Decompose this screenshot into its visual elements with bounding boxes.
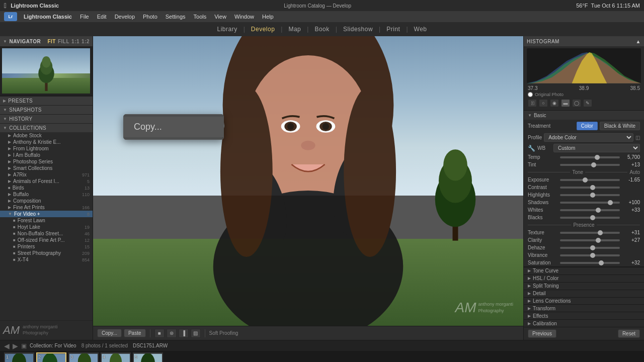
filmstrip-thumb-2[interactable]: 2: [36, 352, 66, 362]
contrast-slider[interactable]: [560, 187, 620, 189]
wb-select[interactable]: Custom: [553, 144, 640, 152]
menu-edit[interactable]: Edit: [94, 13, 110, 21]
collection-street-photo[interactable]: ■ Street Photography 209: [0, 250, 93, 256]
collection-fine-art[interactable]: ▶ Fine Art Prints 166: [0, 204, 93, 211]
vibrance-slider[interactable]: [560, 254, 620, 256]
filmstrip-layout-icon[interactable]: ▣: [21, 342, 27, 349]
tab-library[interactable]: Library: [211, 24, 243, 35]
saturation-slider[interactable]: [560, 262, 620, 264]
menu-tools[interactable]: Tools: [190, 13, 210, 21]
effects-row[interactable]: ▶ Effects: [524, 312, 644, 319]
whites-thumb[interactable]: [596, 208, 601, 213]
zoom-1-2[interactable]: 1:2: [82, 39, 90, 44]
adjustment-brush-tool[interactable]: ✎: [583, 99, 592, 107]
presets-header[interactable]: ▶ Presets: [0, 96, 93, 105]
clarity-slider[interactable]: [560, 239, 620, 241]
calibration-row[interactable]: ▶ Calibration: [524, 319, 644, 327]
dehaze-slider[interactable]: [560, 247, 620, 249]
view-mode-survey[interactable]: ▨: [191, 329, 201, 338]
context-menu[interactable]: Copy...: [123, 114, 224, 140]
tab-slideshow[interactable]: Slideshow: [337, 24, 379, 35]
tab-web[interactable]: Web: [408, 24, 433, 35]
menu-photo[interactable]: Photo: [139, 13, 161, 21]
collection-xt4[interactable]: ■ X-T4 854: [0, 256, 93, 263]
highlights-thumb[interactable]: [590, 193, 595, 198]
collection-photoshop[interactable]: ▶ Photoshop Series: [0, 158, 93, 165]
menu-lightroom[interactable]: Lightroom Classic: [20, 13, 75, 21]
saturation-thumb[interactable]: [599, 260, 604, 265]
crop-tool[interactable]: ⍐: [528, 99, 537, 107]
snapshots-header[interactable]: ▼ Snapshots: [0, 105, 93, 114]
redeye-tool[interactable]: ◉: [550, 99, 559, 107]
blacks-thumb[interactable]: [590, 215, 595, 220]
collection-smart[interactable]: ▶ Smart Collections: [0, 165, 93, 171]
exposure-thumb[interactable]: [583, 177, 588, 183]
tone-curve-row[interactable]: ▶ Tone Curve: [524, 267, 644, 275]
collection-off-sized[interactable]: ■ Off-sized Fine Art P... 12: [0, 237, 93, 243]
filmstrip-thumb-4[interactable]: 4: [101, 352, 131, 362]
context-menu-copy[interactable]: Copy...: [124, 117, 223, 137]
histogram-expand[interactable]: ▲: [636, 39, 641, 44]
collection-forest-lawn[interactable]: ■ Forest Lawn: [0, 217, 93, 224]
tab-map[interactable]: Map: [282, 24, 307, 35]
original-photo-radio[interactable]: [528, 92, 533, 97]
paste-button[interactable]: Paste: [124, 329, 146, 337]
filmstrip-prev-icon[interactable]: ◀: [4, 342, 10, 350]
auto-label[interactable]: Auto: [629, 169, 640, 175]
temp-thumb[interactable]: [595, 155, 600, 160]
collection-animals[interactable]: ▶ Animals of Forest I... 5: [0, 178, 93, 185]
vibrance-thumb[interactable]: [590, 253, 595, 258]
radial-filter-tool[interactable]: ◯: [572, 99, 581, 107]
menu-settings[interactable]: Settings: [162, 13, 189, 21]
menu-file[interactable]: File: [76, 13, 93, 21]
highlights-slider[interactable]: [560, 194, 620, 196]
collection-anthony[interactable]: ▶ Anthony & Kristie E...: [0, 139, 93, 145]
dehaze-thumb[interactable]: [590, 245, 595, 250]
apple-menu[interactable]: : [4, 2, 7, 10]
profile-select[interactable]: Adobe Color Adobe LandscapeAdobe Portrai…: [544, 133, 633, 142]
collection-non-buffalo[interactable]: ■ Non-Buffalo Street... 46: [0, 230, 93, 237]
color-treatment-button[interactable]: Color: [577, 122, 598, 130]
reset-button[interactable]: Reset: [618, 329, 640, 338]
temp-slider[interactable]: [560, 156, 620, 158]
tab-print[interactable]: Print: [380, 24, 406, 35]
tint-slider[interactable]: [560, 164, 620, 166]
lens-corrections-row[interactable]: ▶ Lens Corrections: [524, 297, 644, 305]
texture-thumb[interactable]: [598, 230, 603, 235]
zoom-1-1[interactable]: 1:1: [71, 39, 79, 44]
zoom-fit[interactable]: FIT: [47, 39, 56, 44]
filmstrip-thumb-1[interactable]: 1: [4, 352, 34, 362]
shadows-slider[interactable]: [560, 202, 620, 204]
view-mode-loupe[interactable]: ■: [154, 329, 165, 338]
eyedropper-icon[interactable]: 🔧: [528, 145, 535, 152]
collection-buffalo[interactable]: ▶ Buffalo 110: [0, 191, 93, 198]
clarity-thumb[interactable]: [596, 238, 601, 243]
menu-help[interactable]: Help: [259, 13, 277, 21]
collection-i-am-buffalo[interactable]: ▶ I Am Buffalo: [0, 152, 93, 158]
filmstrip-thumb-3[interactable]: 3: [68, 352, 99, 362]
whites-slider[interactable]: [560, 209, 620, 211]
collection-printers[interactable]: ■ Printers 15: [0, 243, 93, 250]
menu-view[interactable]: View: [211, 13, 230, 21]
filmstrip-next-icon[interactable]: ▶: [13, 342, 18, 350]
menu-develop[interactable]: Develop: [111, 13, 138, 21]
previous-button[interactable]: Previous: [528, 329, 556, 338]
exposure-slider[interactable]: [560, 179, 620, 181]
tab-develop[interactable]: Develop: [245, 24, 281, 35]
profile-expand-icon[interactable]: ◫: [635, 135, 640, 140]
shadows-thumb[interactable]: [608, 200, 613, 205]
hsl-color-row[interactable]: ▶ HSL / Color: [524, 275, 644, 282]
collection-for-video[interactable]: ▼ For Video + 8: [0, 211, 93, 217]
view-mode-grid[interactable]: ⊛: [167, 329, 177, 338]
copy-button[interactable]: Copy...: [97, 329, 122, 337]
history-header[interactable]: ▼ History: [0, 114, 93, 123]
collection-composition[interactable]: ▶ Composition: [0, 198, 93, 204]
app-name[interactable]: Lightroom Classic: [11, 3, 59, 9]
basic-header[interactable]: ▼ Basic: [524, 111, 644, 120]
contrast-thumb[interactable]: [590, 185, 595, 190]
collection-hoyt-lake[interactable]: ■ Hoyt Lake 19: [0, 224, 93, 230]
collections-header[interactable]: ▼ Collections: [0, 123, 93, 132]
histogram-header[interactable]: Histogram ▲: [524, 36, 644, 46]
collection-a7rix[interactable]: ▶ A7Rix 971: [0, 171, 93, 178]
zoom-fill[interactable]: FILL: [58, 39, 69, 44]
